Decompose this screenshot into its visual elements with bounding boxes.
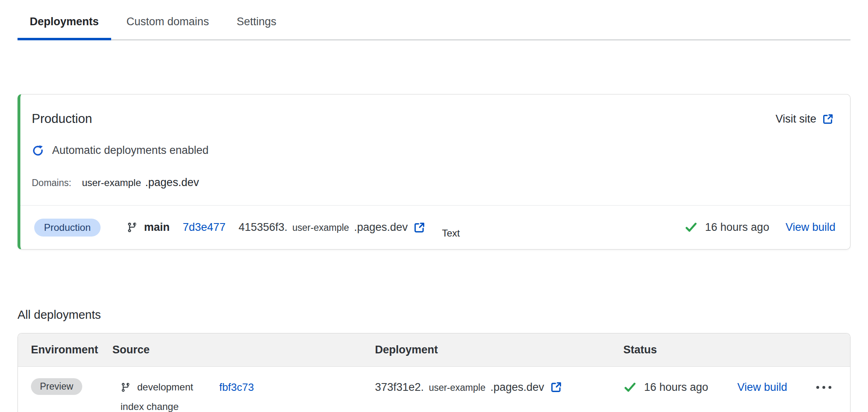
table-row: Preview development fbf3c73 index change… bbox=[18, 367, 850, 412]
source-cell: development fbf3c73 index change bbox=[112, 378, 375, 412]
domain-suffix: .pages.dev bbox=[145, 176, 199, 189]
deployments-table: Environment Source Deployment Status Pre… bbox=[18, 333, 850, 412]
check-icon bbox=[623, 381, 637, 394]
production-card-info: Production Visit site bbox=[20, 94, 850, 205]
deployment-url-suffix: .pages.dev bbox=[490, 381, 544, 394]
branch-name: development bbox=[137, 381, 193, 393]
deployment-time: 16 hours ago bbox=[644, 381, 708, 394]
external-link-icon bbox=[822, 113, 834, 125]
deployment-url-prefix: 373f31e2. bbox=[375, 381, 424, 394]
commit-hash-link[interactable]: 7d3e477 bbox=[183, 221, 226, 234]
external-link-icon[interactable] bbox=[413, 221, 425, 234]
environment-badge-production: Production bbox=[34, 219, 101, 237]
visit-site-link[interactable]: Visit site bbox=[776, 113, 834, 125]
production-row-status: 16 hours ago View build bbox=[684, 221, 835, 234]
tab-settings[interactable]: Settings bbox=[224, 15, 289, 39]
deployment-url: 373f31e2. user-example .pages.dev bbox=[375, 381, 562, 394]
tab-deployments[interactable]: Deployments bbox=[18, 15, 111, 39]
ellipsis-menu-icon[interactable] bbox=[816, 386, 831, 389]
domain-name: user-example bbox=[82, 177, 141, 188]
column-header-source: Source bbox=[112, 344, 375, 356]
column-header-deployment: Deployment bbox=[375, 344, 623, 356]
pages-project-page: Deployments Custom domains Settings Prod… bbox=[0, 0, 868, 412]
production-deployment-row: Production main 7d3e477 415356f3. user-e… bbox=[20, 205, 850, 249]
commit-message: index change bbox=[121, 401, 375, 412]
deployment-url-name: user-example bbox=[292, 222, 349, 233]
environment-cell: Preview bbox=[18, 378, 112, 412]
deployment-cell: 373f31e2. user-example .pages.dev bbox=[375, 378, 623, 396]
refresh-icon bbox=[32, 145, 44, 157]
status-cell: 16 hours ago View build bbox=[623, 378, 850, 396]
auto-deployments-text: Automatic deployments enabled bbox=[52, 144, 208, 157]
all-deployments-title: All deployments bbox=[18, 308, 850, 322]
table-header-row: Environment Source Deployment Status bbox=[18, 333, 850, 367]
deployment-url-suffix: .pages.dev bbox=[354, 221, 408, 234]
commit-message-note: Text bbox=[442, 228, 460, 239]
status-group: 16 hours ago bbox=[623, 381, 708, 394]
branch-group: main bbox=[127, 221, 170, 234]
git-branch-icon bbox=[127, 222, 138, 233]
branch-name: main bbox=[144, 221, 170, 234]
column-header-status: Status bbox=[623, 344, 850, 356]
deployment-url-name: user-example bbox=[429, 382, 485, 393]
production-domain: user-example .pages.dev bbox=[82, 176, 199, 189]
tab-bar: Deployments Custom domains Settings bbox=[18, 0, 850, 40]
production-card-title: Production bbox=[32, 112, 92, 126]
deployment-url-prefix: 415356f3. bbox=[239, 221, 287, 234]
tab-custom-domains[interactable]: Custom domains bbox=[114, 15, 221, 39]
view-build-link[interactable]: View build bbox=[737, 381, 787, 394]
deployment-url: 415356f3. user-example .pages.dev bbox=[239, 221, 426, 234]
environment-badge-preview: Preview bbox=[31, 378, 82, 395]
deployment-time: 16 hours ago bbox=[705, 221, 769, 234]
production-card: Production Visit site bbox=[18, 94, 850, 250]
domains-label: Domains: bbox=[32, 178, 71, 188]
view-build-link[interactable]: View build bbox=[785, 221, 835, 234]
column-header-environment: Environment bbox=[18, 344, 112, 356]
git-branch-icon bbox=[121, 382, 131, 392]
visit-site-label: Visit site bbox=[776, 113, 816, 125]
commit-hash-link[interactable]: fbf3c73 bbox=[219, 381, 254, 394]
check-icon bbox=[684, 221, 698, 234]
external-link-icon[interactable] bbox=[550, 381, 562, 393]
